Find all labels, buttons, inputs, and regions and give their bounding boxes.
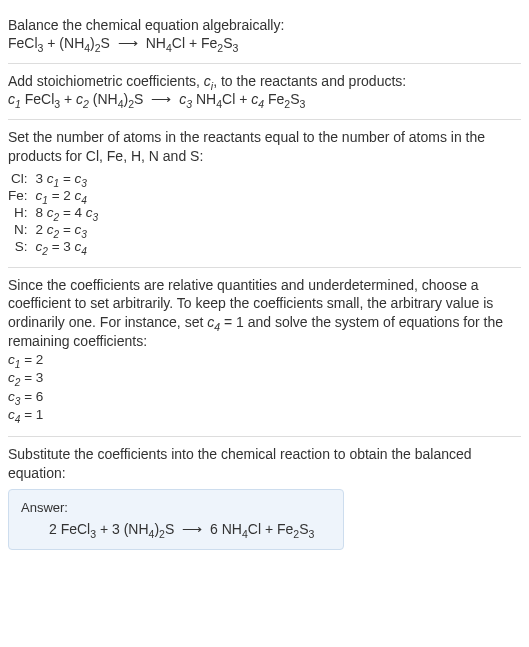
- coef: c3: [75, 222, 87, 237]
- answer-box: Answer: 2 FeCl3 + 3 (NH4)2S ⟶ 6 NH4Cl + …: [8, 489, 344, 550]
- coef-line: c3 = 6: [8, 388, 521, 406]
- table-row: S: c2 = 3 c4: [8, 238, 104, 255]
- sub: 3: [81, 177, 87, 188]
- text: 6 NH: [210, 521, 242, 537]
- text: c: [86, 205, 93, 220]
- balance-equations-table: Cl: 3 c1 = c3 Fe: c1 = 2 c4 H: 8 c2 = 4 …: [8, 170, 104, 255]
- coef: c1: [36, 188, 48, 203]
- text: c: [47, 205, 54, 220]
- table-row: Cl: 3 c1 = c3: [8, 170, 104, 187]
- balanced-equation: 2 FeCl3 + 3 (NH4)2S ⟶ 6 NH4Cl + Fe2S3: [21, 521, 331, 537]
- text: Cl + Fe: [248, 521, 294, 537]
- text: NH: [146, 35, 166, 51]
- text: c: [47, 171, 54, 186]
- coef: c2: [36, 239, 48, 254]
- text: Fe: [264, 91, 284, 107]
- reaction-arrow: ⟶: [147, 91, 175, 107]
- text: = 2: [48, 188, 75, 203]
- text: FeCl: [8, 35, 38, 51]
- table-row: Fe: c1 = 2 c4: [8, 187, 104, 204]
- section-add-coefficients: Add stoichiometric coefficients, ci, to …: [8, 64, 521, 120]
- equation-cell: 2 c2 = c3: [36, 221, 105, 238]
- text: c: [47, 222, 54, 237]
- text: NH: [192, 91, 216, 107]
- equation-cell: c2 = 3 c4: [36, 238, 105, 255]
- coefficient-values: c1 = 2 c2 = 3 c3 = 6 c4 = 1: [8, 351, 521, 424]
- coef: c2: [8, 370, 20, 385]
- coef: c4: [8, 407, 20, 422]
- text: = 2: [20, 352, 43, 367]
- element-label: S:: [8, 238, 36, 255]
- ci-symbol: ci: [204, 73, 213, 89]
- text: S: [134, 91, 143, 107]
- coef: c1: [47, 171, 59, 186]
- text: 2 FeCl: [49, 521, 90, 537]
- element-label: H:: [8, 204, 36, 221]
- sub: 4: [81, 245, 87, 256]
- text: c: [8, 389, 15, 404]
- sub: 3: [93, 211, 99, 222]
- coef: c4: [75, 188, 87, 203]
- text: =: [59, 222, 74, 237]
- text: 2: [36, 222, 47, 237]
- section-solve: Since the coefficients are relative quan…: [8, 268, 521, 437]
- atom-balance-intro: Set the number of atoms in the reactants…: [8, 128, 521, 166]
- text: = 4: [59, 205, 86, 220]
- solve-text: Since the coefficients are relative quan…: [8, 276, 521, 352]
- problem-statement: Balance the chemical equation algebraica…: [8, 16, 521, 35]
- sub: 3: [309, 528, 315, 540]
- text: Cl + Fe: [172, 35, 218, 51]
- c4: c4: [251, 91, 264, 107]
- element-label: N:: [8, 221, 36, 238]
- coef-line: c1 = 2: [8, 351, 521, 369]
- text: S: [299, 521, 308, 537]
- text: S: [101, 35, 110, 51]
- coef: c3: [75, 171, 87, 186]
- section-problem: Balance the chemical equation algebraica…: [8, 8, 521, 64]
- text: = 1: [20, 407, 43, 422]
- text: , to the reactants and products:: [213, 73, 406, 89]
- sub: 3: [81, 228, 87, 239]
- text: +: [60, 91, 76, 107]
- sub: 3: [299, 98, 305, 110]
- text: Cl +: [222, 91, 251, 107]
- text: S: [165, 521, 174, 537]
- equation-cell: c1 = 2 c4: [36, 187, 105, 204]
- text: = 3: [48, 239, 75, 254]
- text: S: [223, 35, 232, 51]
- coef: c3: [8, 389, 20, 404]
- c1: c1: [8, 91, 21, 107]
- text: 8: [36, 205, 47, 220]
- element-label: Cl:: [8, 170, 36, 187]
- coef: c2: [47, 205, 59, 220]
- equation-cell: 8 c2 = 4 c3: [36, 204, 105, 221]
- text: + (NH: [43, 35, 84, 51]
- text: (NH: [89, 91, 118, 107]
- coef-line: c2 = 3: [8, 369, 521, 387]
- coef: c2: [47, 222, 59, 237]
- element-label: Fe:: [8, 187, 36, 204]
- coef: c1: [8, 352, 20, 367]
- text: = 6: [20, 389, 43, 404]
- c2: c2: [76, 91, 89, 107]
- table-row: H: 8 c2 = 4 c3: [8, 204, 104, 221]
- reaction-arrow: ⟶: [178, 521, 206, 537]
- add-coeff-text: Add stoichiometric coefficients, ci, to …: [8, 72, 521, 91]
- c3: c3: [179, 91, 192, 107]
- equation-cell: 3 c1 = c3: [36, 170, 105, 187]
- answer-label: Answer:: [21, 500, 331, 515]
- text: + 3 (NH: [96, 521, 149, 537]
- coef-line: c4 = 1: [8, 406, 521, 424]
- text: c: [8, 352, 15, 367]
- reaction-arrow: ⟶: [114, 35, 142, 51]
- text: = 3: [20, 370, 43, 385]
- coefficient-equation: c1 FeCl3 + c2 (NH4)2S ⟶ c3 NH4Cl + c4 Fe…: [8, 91, 521, 107]
- coef: c4: [75, 239, 87, 254]
- unbalanced-equation: FeCl3 + (NH4)2S ⟶ NH4Cl + Fe2S3: [8, 35, 521, 51]
- sub: 3: [233, 42, 239, 54]
- section-atom-balance: Set the number of atoms in the reactants…: [8, 120, 521, 268]
- coef: c3: [86, 205, 98, 220]
- answer-intro: Substitute the coefficients into the che…: [8, 445, 521, 483]
- text: Add stoichiometric coefficients,: [8, 73, 204, 89]
- text: =: [59, 171, 74, 186]
